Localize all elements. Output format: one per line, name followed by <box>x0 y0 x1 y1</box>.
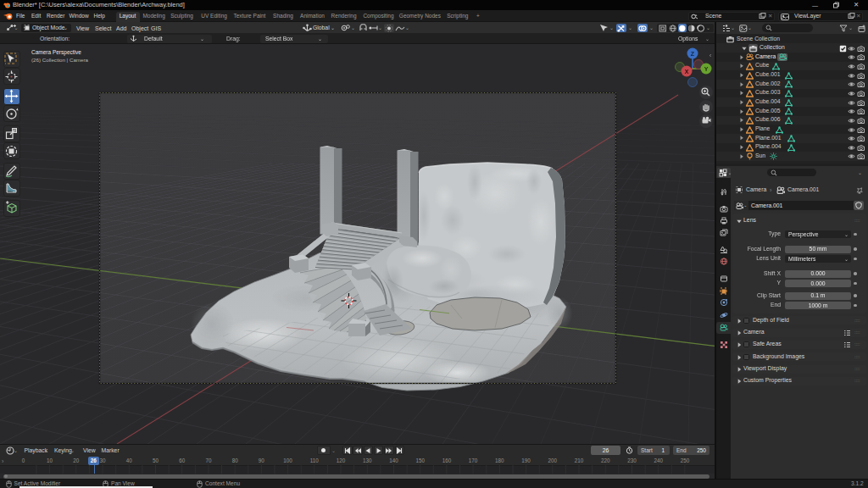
svg-text:Y: Y <box>704 66 709 72</box>
svg-text:‹: ‹ <box>709 52 712 59</box>
svg-text:X: X <box>685 69 689 75</box>
svg-text:Z: Z <box>691 51 695 57</box>
